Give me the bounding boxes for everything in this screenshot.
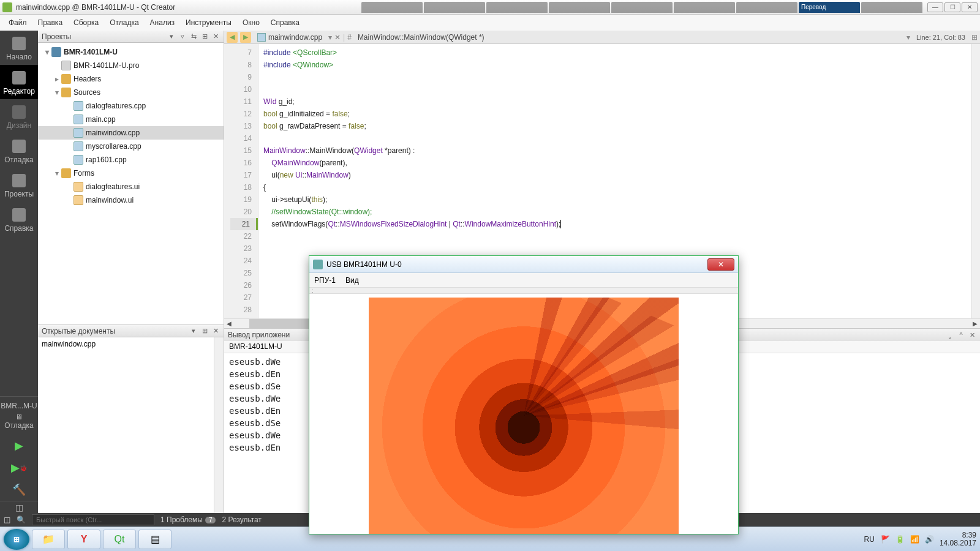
- line-number-gutter[interactable]: 7 8 9 10 11 12 13 14 15 16 17 18 19 20 2…: [224, 44, 258, 318]
- tree-sources-folder[interactable]: ▾Sources: [38, 86, 224, 99]
- tree-source-file[interactable]: main.cpp: [38, 113, 224, 126]
- scrollbar-vertical[interactable]: [214, 337, 224, 513]
- tray-flag-icon[interactable]: 🚩: [881, 535, 889, 544]
- cpp-icon: [257, 33, 266, 42]
- tray-volume-icon[interactable]: 🔊: [925, 535, 933, 544]
- browser-tab[interactable]: [361, 2, 423, 13]
- browser-tab[interactable]: [736, 2, 797, 13]
- close-panel-icon[interactable]: ✕: [211, 32, 220, 41]
- results-button[interactable]: 2 Результат: [222, 515, 262, 524]
- menu-edit[interactable]: Правка: [33, 17, 68, 29]
- cpp-icon: [74, 141, 83, 151]
- close-panel-icon[interactable]: ✕: [211, 327, 220, 335]
- tree-project-root[interactable]: ▾BMR-1401LM-U: [38, 45, 224, 59]
- taskbar-explorer[interactable]: 📁: [32, 530, 65, 549]
- editor-file-tab[interactable]: mainwindow.cpp: [254, 31, 326, 43]
- child-window-close-button[interactable]: ✕: [707, 258, 734, 271]
- mode-projects[interactable]: Проекты: [0, 168, 38, 202]
- target-selector[interactable]: BMR...M-U 🖥 Отладка: [0, 396, 38, 435]
- menu-debug[interactable]: Отладка: [105, 17, 143, 29]
- panels-icon[interactable]: ◫: [4, 515, 10, 524]
- tree-headers-folder[interactable]: ▸Headers: [38, 72, 224, 86]
- dropdown-icon[interactable]: ▾: [907, 33, 910, 42]
- run-button[interactable]: ▶: [0, 435, 38, 457]
- tree-forms-folder[interactable]: ▾Forms: [38, 167, 224, 180]
- tree-source-file[interactable]: rap1601.cpp: [38, 153, 224, 167]
- menu-window[interactable]: Окно: [238, 17, 265, 29]
- open-doc-item[interactable]: mainwindow.cpp: [42, 340, 220, 348]
- browser-tab[interactable]: [674, 2, 735, 13]
- clock[interactable]: 8:39 14.08.2017: [940, 531, 976, 547]
- build-button[interactable]: 🔨: [0, 479, 38, 501]
- tray-battery-icon[interactable]: 🔋: [895, 535, 904, 544]
- taskbar-browser[interactable]: Y: [67, 530, 100, 549]
- mode-design[interactable]: Дизайн: [0, 99, 38, 133]
- tree-source-file[interactable]: mainwindow.cpp: [38, 126, 224, 140]
- open-docs-list[interactable]: mainwindow.cpp: [38, 337, 224, 513]
- taskbar-qtcreator[interactable]: Qt: [103, 530, 136, 549]
- ui-icon: [74, 182, 83, 192]
- child-window[interactable]: USB BMR1401HM U-0 ✕ РПУ-1 Вид :: [309, 255, 739, 534]
- project-tree[interactable]: ▾BMR-1401LM-U BMR-1401LM-U.pro ▸Headers …: [38, 43, 224, 324]
- browser-tab[interactable]: Перевод: [799, 2, 860, 13]
- mode-edit[interactable]: Редактор: [0, 65, 38, 99]
- close-tab-icon[interactable]: ✕: [334, 33, 341, 42]
- mode-help[interactable]: Справка: [0, 202, 38, 236]
- split-icon[interactable]: ⊞: [200, 327, 209, 335]
- minimize-icon[interactable]: ˬ: [946, 331, 954, 339]
- child-window-menubar: РПУ-1 Вид: [309, 273, 738, 288]
- start-button[interactable]: ⊞: [4, 529, 29, 550]
- browser-tab[interactable]: [549, 2, 610, 13]
- tray-network-icon[interactable]: 📶: [910, 535, 919, 544]
- filter-icon[interactable]: ▿: [178, 32, 187, 41]
- issues-button[interactable]: 1 Проблемы 7: [160, 515, 216, 524]
- child-menu-rpu[interactable]: РПУ-1: [314, 276, 336, 285]
- browser-tab[interactable]: [486, 2, 548, 13]
- browser-tab[interactable]: [611, 2, 673, 13]
- close-button[interactable]: ✕: [962, 2, 978, 12]
- minimize-button[interactable]: —: [927, 2, 943, 12]
- taskbar-app[interactable]: ▤: [138, 530, 172, 549]
- menu-file[interactable]: Файл: [4, 17, 32, 29]
- mode-welcome[interactable]: Начало: [0, 31, 38, 65]
- tree-source-file[interactable]: dialogfeatures.cpp: [38, 99, 224, 113]
- search-icon: 🔍: [17, 515, 26, 524]
- nav-back-button[interactable]: ◀: [227, 32, 238, 43]
- scrollbar-vertical[interactable]: [971, 44, 980, 318]
- bookmark-icon[interactable]: #: [347, 33, 352, 42]
- browser-tab[interactable]: [861, 2, 922, 13]
- tree-ui-file[interactable]: dialogfeatures.ui: [38, 180, 224, 193]
- sync-icon[interactable]: ⇆: [189, 32, 198, 41]
- app-icon: [2, 2, 12, 12]
- browser-tab[interactable]: [424, 2, 485, 13]
- dropdown-icon[interactable]: ▾: [189, 327, 198, 335]
- help-icon: [12, 208, 26, 222]
- menu-analyze[interactable]: Анализ: [145, 17, 180, 29]
- maximize-button[interactable]: ☐: [944, 2, 960, 12]
- editor-symbol-selector[interactable]: MainWindow::MainWindow(QWidget *): [354, 31, 488, 43]
- maximize-icon[interactable]: ^: [957, 331, 965, 339]
- output-toggle-button[interactable]: ◫: [0, 501, 38, 513]
- scroll-left-icon[interactable]: ◀: [224, 319, 234, 328]
- language-indicator[interactable]: RU: [864, 535, 875, 544]
- debug-run-button[interactable]: ▶🐞: [0, 457, 38, 479]
- close-panel-icon[interactable]: ✕: [968, 331, 976, 339]
- dropdown-icon[interactable]: ▾: [328, 33, 332, 42]
- menu-help[interactable]: Справка: [266, 17, 304, 29]
- child-window-titlebar[interactable]: USB BMR1401HM U-0 ✕: [309, 256, 738, 273]
- dropdown-icon[interactable]: ▾: [167, 32, 176, 41]
- menu-build[interactable]: Сборка: [69, 17, 104, 29]
- quick-search-input[interactable]: [32, 514, 154, 525]
- scroll-right-icon[interactable]: ▶: [970, 319, 980, 328]
- issues-count-badge: 7: [205, 517, 216, 523]
- menu-tools[interactable]: Инструменты: [181, 17, 236, 29]
- nav-forward-button[interactable]: ▶: [240, 32, 251, 43]
- tree-source-file[interactable]: myscrollarea.cpp: [38, 140, 224, 153]
- split-editor-icon[interactable]: ⊞: [971, 33, 978, 42]
- tree-pro-file[interactable]: BMR-1401LM-U.pro: [38, 59, 224, 72]
- tree-ui-file[interactable]: mainwindow.ui: [38, 193, 224, 207]
- child-menu-view[interactable]: Вид: [345, 276, 359, 285]
- mode-debug[interactable]: Отладка: [0, 133, 38, 168]
- projects-header: Проекты ▾ ▿ ⇆ ⊞ ✕: [38, 31, 224, 43]
- split-icon[interactable]: ⊞: [200, 32, 209, 41]
